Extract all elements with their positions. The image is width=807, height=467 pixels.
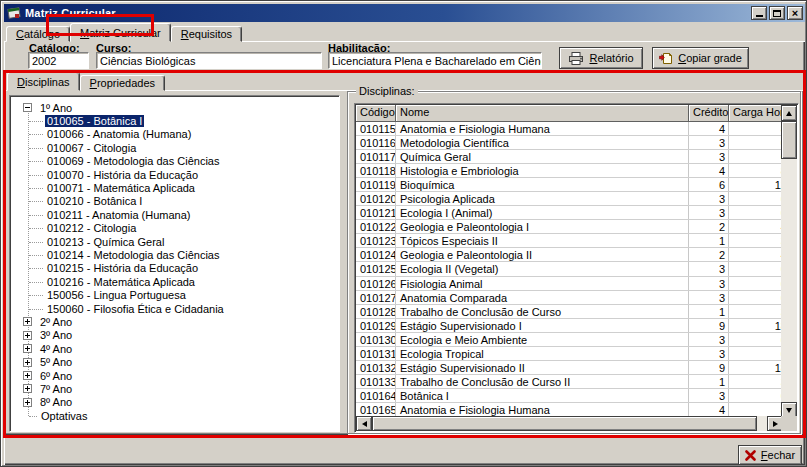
vertical-scroll-track[interactable] [781,159,797,402]
table-row[interactable]: 010130Ecologia e Meio Ambiente360 [356,333,783,347]
tree-item[interactable]: 010214 - Metodologia das Ciências [11,248,337,261]
horizontal-scroll-thumb[interactable] [372,416,757,431]
tree-item[interactable]: 150056 - Lingua Portuguesa [11,288,337,301]
tree-item[interactable]: 010212 - Citologia [11,222,337,235]
copiar-grade-button[interactable]: Copiar grade [652,47,749,69]
expand-plus-icon[interactable] [23,371,32,380]
table-row[interactable]: 010133Trabalho de Conclusão de Curso II1… [356,375,783,389]
table-row[interactable]: 010122Geologia e Paleontologia I240 [356,220,783,234]
tree-node-ano1[interactable]: 1º Ano [11,101,337,114]
tree-node-collapsed[interactable]: 5º Ano [11,355,337,368]
cell-carga-value: 60 [729,291,783,304]
cell-carga-value: 60 [729,347,783,360]
table-row[interactable]: 010126Fisiologia Animal360 [356,277,783,291]
table-row[interactable]: 010128Trabalho de Conclusão de Curso130 [356,305,783,319]
cell-codigo: 010122 [356,220,396,233]
column-header-codigo[interactable]: Código [356,105,396,122]
cell-codigo: 010118 [356,164,396,177]
curriculum-tree[interactable]: 1º Ano 010065 - Botânica I010066 - Anato… [9,95,340,432]
cell-carga-horaria: 80 [729,122,783,135]
cell-nome: Psicologia Aplicada [396,192,689,205]
table-row[interactable]: 010125Ecologia II (Vegetal)360 [356,262,783,276]
table-row[interactable]: 010116Metodologia Científica360 [356,136,783,150]
cell-carga-value: 80 [729,164,783,177]
tree-item[interactable]: 010066 - Anatomia (Humana) [11,128,337,141]
scroll-left-button[interactable] [356,416,372,431]
table-row[interactable]: 010123Tópicos Especiais II130 [356,234,783,248]
tree-node-collapsed[interactable]: 7º Ano [11,382,337,395]
tab-propriedades[interactable]: Propriedades [80,75,165,91]
horizontal-scrollbar[interactable] [356,416,783,431]
cell-creditos: 3 [689,136,729,149]
tree-item[interactable]: 010067 - Citologia [11,141,337,154]
curso-field[interactable]: Ciências Biológicas [96,52,322,69]
cell-carga-horaria: 60 [729,291,783,304]
expand-plus-icon[interactable] [23,317,32,326]
table-row[interactable]: 010131Ecologia Tropical360 [356,347,783,361]
vertical-scroll-thumb[interactable] [781,121,797,159]
cell-nome: Histologia e Embriologia [396,164,689,177]
table-row[interactable]: 010129Estágio Supervisionado I9180 [356,319,783,333]
tree-node-collapsed[interactable]: 8º Ano [11,396,337,409]
printer-icon [568,52,584,65]
expand-plus-icon[interactable] [23,398,32,407]
tree-item[interactable]: 010069 - Metodologia das Ciências [11,155,337,168]
collapse-minus-icon[interactable] [23,103,32,112]
scroll-up-button[interactable] [781,105,797,121]
relatorio-button[interactable]: Relatório [559,47,643,69]
cell-codigo: 010127 [356,291,396,304]
tree-item[interactable]: 010216 - Matemática Aplicada [11,275,337,288]
tree-item[interactable]: 010210 - Botânica I [11,195,337,208]
tab-requisitos[interactable]: Requisitos [171,26,242,42]
tree-item[interactable]: 010213 - Química Geral [11,235,337,248]
tab-disciplinas[interactable]: Disciplinas [7,72,80,91]
table-row[interactable]: 010115Anatomia e Fisiologia Humana480 [356,122,783,136]
table-row[interactable]: 010132Estágio Supervisionado II9180 [356,361,783,375]
vertical-scrollbar[interactable] [781,105,797,418]
tree-item[interactable]: 010070 - História da Educação [11,168,337,181]
expand-plus-icon[interactable] [23,358,32,367]
column-header-creditos[interactable]: Créditos [689,105,729,122]
copiar-grade-button-label: Copiar grade [678,52,742,64]
tree-node-collapsed[interactable]: 3º Ano [11,329,337,342]
table-row[interactable]: 010119Bioquímica6120 [356,178,783,192]
tree-node-optativas[interactable]: Optativas [11,409,337,422]
tree-node-collapsed[interactable]: 4º Ano [11,342,337,355]
table-row[interactable]: 010164Botânica I360 [356,389,783,403]
tree-item[interactable]: 010071 - Matemática Aplicada [11,181,337,194]
tree-item-label: 010215 - História da Educação [45,262,200,274]
cell-nome: Fisiologia Animal [396,277,689,290]
column-header-carga-horaria[interactable]: Carga Horária [729,105,783,122]
tree-item[interactable]: 010211 - Anatomia (Humana) [11,208,337,221]
tree-years: 2º Ano3º Ano4º Ano5º Ano6º Ano7º Ano8º A… [11,315,337,409]
tree-item[interactable]: 010065 - Botânica I [11,114,337,127]
close-button[interactable]: × [787,6,803,20]
tab-catalogo[interactable]: Catálogo [6,26,70,42]
column-header-nome[interactable]: Nome [396,105,689,122]
table-row[interactable]: 010124Geologia e Paleontologia II240 [356,248,783,262]
table-row[interactable]: 010165Anatomia e Fisiologia Humana480 [356,403,783,417]
tree-node-label: 7º Ano [38,383,74,395]
table-row[interactable]: 010127Anatomia Comparada360 [356,291,783,305]
habilitacao-field[interactable]: Licenciatura Plena e Bacharelado em Ciên… [328,52,542,69]
minimize-button[interactable] [751,6,767,20]
catalogo-field[interactable]: 2002 [28,52,89,69]
expand-plus-icon[interactable] [23,344,32,353]
copy-page-icon [659,51,673,65]
tab-matriz-curricular[interactable]: Matriz Curricular [70,23,171,42]
expand-plus-icon[interactable] [23,331,32,340]
table-row[interactable]: 010120Psicologia Aplicada360 [356,192,783,206]
tree-node-collapsed[interactable]: 6º Ano [11,369,337,382]
maximize-button[interactable] [769,6,785,20]
tree-item[interactable]: 150060 - Filosofia Ética e Cidadania [11,302,337,315]
cell-nome: Metodologia Científica [396,136,689,149]
table-row[interactable]: 010117Química Geral360 [356,150,783,164]
main-tabstrip: Catálogo Matriz Curricular Requisitos [6,23,242,42]
fechar-button[interactable]: Fechar [738,445,802,465]
table-row[interactable]: 010121Ecologia I (Animal)360 [356,206,783,220]
table-row[interactable]: 010118Histologia e Embriologia480 [356,164,783,178]
tree-item[interactable]: 010215 - História da Educação [11,262,337,275]
tree-node-collapsed[interactable]: 2º Ano [11,315,337,328]
expand-plus-icon[interactable] [23,384,32,393]
arrow-right-icon [773,421,778,427]
